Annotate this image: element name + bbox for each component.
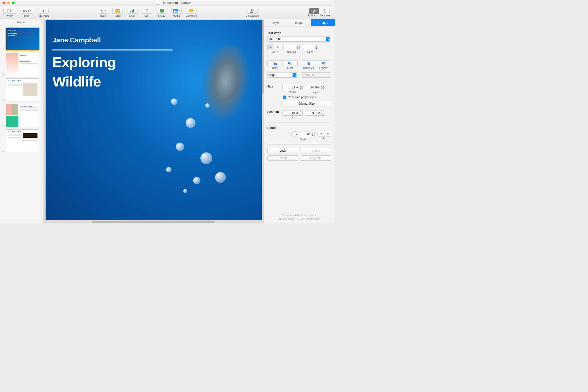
constrain-checkbox[interactable]: ✓ [283, 96, 286, 99]
unlock-button[interactable]: Unlock [300, 148, 332, 153]
stepper-arrows[interactable]: ▲▼ [296, 44, 300, 50]
wrap-none-icon [269, 38, 273, 40]
zoom-button[interactable]: 100% ▾ [20, 8, 33, 14]
tab-style[interactable]: Style [264, 19, 288, 26]
text-fit-around[interactable] [267, 44, 274, 50]
forward-label: Forward [316, 67, 331, 69]
pos-x-input[interactable] [282, 110, 299, 116]
height-stepper[interactable]: ▲▼ [305, 85, 325, 90]
page-thumbnail-3[interactable]: Etiam Sit Amet Est [6, 78, 39, 102]
window-title-text: FileInfo.com Example [160, 1, 191, 5]
pos-x-label: X [292, 116, 294, 119]
angle-input[interactable] [299, 132, 311, 137]
original-size-button[interactable]: Original Size [282, 101, 331, 106]
height-input[interactable] [305, 85, 322, 90]
media-button[interactable]: ▾ [171, 8, 182, 14]
text-fit-over[interactable] [274, 44, 281, 50]
shape-label: Shape [158, 14, 165, 17]
flip-horizontal-button[interactable]: ➔ [318, 131, 324, 136]
table-icon [115, 9, 120, 12]
pos-y-label: Y [314, 116, 316, 119]
constrain-label: Constrain proportions [288, 96, 316, 99]
add-page-button[interactable]: + [38, 8, 48, 14]
alpha-stepper[interactable]: ▲▼ [302, 44, 318, 50]
size-label: Size [267, 85, 280, 88]
forward-button[interactable] [316, 60, 331, 66]
ungroup-button[interactable]: Ungroup [300, 155, 332, 161]
bring-front-button[interactable] [282, 60, 298, 66]
angle-stepper[interactable]: ▲▼ [299, 132, 314, 137]
comment-label: Comment [186, 14, 197, 17]
bring-front-icon [288, 62, 292, 65]
distribute-select[interactable]: Distribute ▾ [300, 72, 332, 78]
insert-button[interactable]: ¶ ▾ [98, 8, 108, 14]
spacing-input[interactable] [284, 44, 296, 50]
forward-icon [322, 62, 326, 65]
page-thumbnail-5[interactable]: Etiam Sit Amet Est [6, 129, 39, 152]
svg-rect-18 [270, 46, 272, 48]
pos-y-stepper[interactable]: ▲▼ [305, 110, 325, 116]
shape-button[interactable] [156, 8, 167, 14]
brush-icon [312, 9, 316, 13]
send-back-button[interactable] [267, 60, 282, 66]
spacing-stepper[interactable]: ▲▼ [284, 44, 300, 50]
toolbar: ▾ View 100% ▾ Zoom + Add Page ¶ ▾ Insert [0, 6, 335, 19]
media-icon [173, 9, 178, 12]
view-button[interactable]: ▾ [4, 8, 16, 14]
sidebar-layout-icon [7, 9, 11, 13]
zoom-value: 100% [22, 9, 30, 12]
format-inspector: Style Image Arrange Text Wrap None ⌃⌄ [264, 19, 335, 224]
front-label: Front [282, 67, 298, 69]
tab-arrange[interactable]: Arrange [311, 19, 335, 26]
pos-y-input[interactable] [305, 110, 322, 116]
collaborate-button[interactable]: + [247, 8, 258, 14]
minimize-icon[interactable] [7, 2, 10, 4]
width-label: Width [289, 91, 296, 94]
page-thumbnail-4[interactable]: Etiam Sit Amet Est [6, 104, 39, 127]
group-button[interactable]: Group [267, 155, 298, 161]
page-thumbnails[interactable]: 1 Jane Campbell Exploring Wildlife 2 Les… [0, 26, 43, 224]
table-button[interactable] [112, 8, 123, 14]
document-page[interactable]: Jane Campbell Exploring Wildlife [46, 20, 262, 220]
stepper-arrows[interactable]: ▲▼ [315, 44, 318, 50]
format-button[interactable] [309, 8, 319, 14]
comment-button[interactable] [186, 8, 196, 14]
align-select[interactable]: Align ⌃⌄ [267, 72, 298, 78]
chart-label: Chart [129, 14, 136, 17]
flip-vertical-button[interactable]: ➔ [324, 131, 331, 136]
horizontal-scrollbar[interactable] [92, 221, 214, 223]
alpha-input[interactable] [302, 44, 315, 50]
pos-x-stepper[interactable]: ▲▼ [282, 110, 302, 116]
footer-line2: Apple Pages 10.1. © FileInfo.com [267, 217, 332, 221]
document-settings-icon [323, 9, 326, 13]
text-wrap-label: Text Wrap [267, 31, 331, 35]
text-button[interactable]: T [142, 8, 152, 14]
tab-image[interactable]: Image [288, 19, 311, 26]
rotate-label: Rotate [267, 126, 331, 130]
svg-rect-31 [308, 62, 310, 65]
page-thumbnail-1[interactable]: Jane Campbell Exploring Wildlife [6, 28, 39, 50]
chart-button[interactable] [127, 8, 138, 14]
distribute-value: Distribute [302, 73, 315, 77]
lock-button[interactable]: Lock [267, 148, 298, 153]
width-stepper[interactable]: ▲▼ [282, 85, 302, 90]
zoom-window-icon[interactable] [12, 2, 15, 4]
svg-rect-1 [7, 10, 8, 12]
page-thumbnail-2[interactable]: Lesson 1 Etiam Sit Amet Est [6, 53, 39, 76]
backward-icon [306, 62, 311, 65]
backward-button[interactable] [301, 60, 316, 66]
thumb-title: Exploring Wildlife [8, 33, 37, 37]
view-label: View [7, 14, 13, 17]
close-icon[interactable] [2, 2, 6, 4]
shape-icon [160, 9, 164, 12]
cover-author: Jane Campbell [52, 36, 262, 44]
comment-icon [189, 9, 194, 12]
text-wrap-select[interactable]: None ⌃⌄ [267, 36, 331, 42]
svg-rect-29 [288, 62, 290, 64]
document-button[interactable] [319, 8, 330, 14]
page-number: 5 [2, 150, 4, 152]
angle-dial[interactable] [291, 131, 298, 138]
vertical-scrollbar[interactable] [262, 20, 264, 94]
width-input[interactable] [282, 85, 299, 90]
align-value: Align [269, 73, 276, 77]
